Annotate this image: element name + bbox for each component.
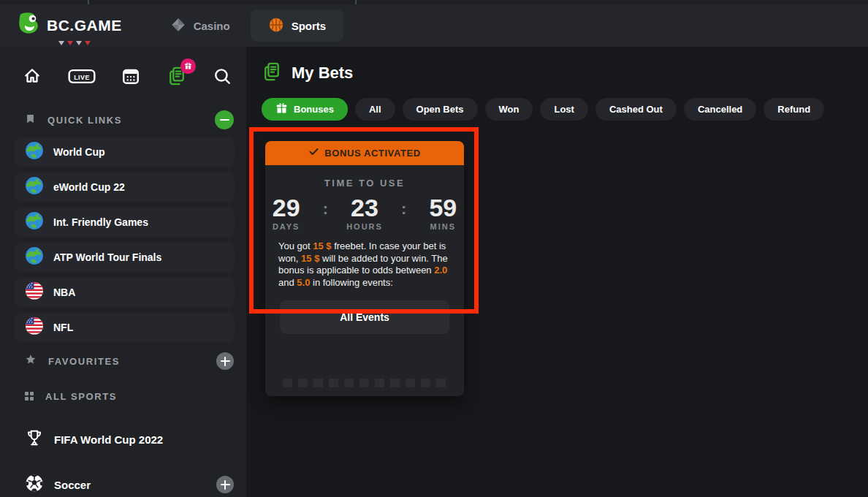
add-favourite-button[interactable] bbox=[216, 352, 234, 370]
top-strip-tick bbox=[88, 0, 89, 4]
live-icon[interactable]: LIVE bbox=[68, 67, 96, 86]
filter-won[interactable]: Won bbox=[485, 98, 533, 121]
sidebar-item-label: NBA bbox=[53, 287, 75, 298]
logo-bunting-decoration bbox=[58, 41, 91, 45]
us-flag-icon bbox=[25, 316, 44, 338]
filter-refund[interactable]: Refund bbox=[764, 98, 824, 121]
sidebar-item-label: ATP World Tour Finals bbox=[53, 251, 161, 263]
quick-links-list: World Cup eWorld Cup 22 Int. Friendly Ga… bbox=[0, 137, 246, 342]
timer-days-value: 29 bbox=[266, 194, 307, 221]
all-sports-title: ALL SPORTS bbox=[45, 391, 117, 402]
sidebar-item-eworld-cup-22[interactable]: eWorld Cup 22 bbox=[15, 172, 235, 202]
top-navigation-bar: BC.GAME Casino Sports bbox=[0, 4, 868, 47]
sidebar-item-label: World Cup bbox=[53, 146, 105, 158]
star-icon bbox=[25, 354, 37, 368]
timer-hours-value: 23 bbox=[344, 194, 385, 221]
gift-icon bbox=[275, 102, 288, 117]
globe-icon bbox=[25, 246, 44, 268]
bonus-status-label: BONUS ACTIVATED bbox=[324, 148, 421, 159]
sidebar-item-label: NFL bbox=[53, 322, 73, 333]
quick-links-title: QUICK LINKS bbox=[47, 115, 122, 126]
all-events-button[interactable]: All Events bbox=[280, 300, 449, 334]
tab-sports-label: Sports bbox=[292, 20, 327, 32]
my-bets-icon[interactable] bbox=[167, 66, 187, 86]
tab-casino-label: Casino bbox=[194, 20, 230, 32]
filter-cancelled[interactable]: Cancelled bbox=[684, 98, 756, 121]
main-content: My Bets Bonuses All Open Bets Won Lost C… bbox=[246, 47, 868, 497]
bonus-countdown-timer: 29 DAYS : 23 HOURS : 59 MINS bbox=[265, 194, 464, 231]
win-amount: 15 $ bbox=[301, 253, 319, 264]
tab-casino[interactable]: Casino bbox=[170, 17, 230, 35]
favourites-title: FAVOURITES bbox=[48, 356, 120, 367]
expand-soccer-button[interactable] bbox=[216, 476, 234, 493]
sidebar-icon-nav: LIVE bbox=[0, 60, 246, 92]
timer-days-label: DAYS bbox=[266, 222, 307, 231]
sidebar-item-nfl[interactable]: NFL bbox=[15, 313, 235, 342]
sidebar-item-int-friendly-games[interactable]: Int. Friendly Games bbox=[15, 208, 235, 237]
time-to-use-label: TIME TO USE bbox=[265, 178, 464, 189]
odds-max: 5.0 bbox=[297, 277, 310, 288]
page-title-row: My Bets bbox=[262, 61, 868, 85]
filter-cashed-out[interactable]: Cashed Out bbox=[595, 98, 677, 121]
bonus-status-banner: BONUS ACTIVATED bbox=[265, 141, 464, 165]
globe-icon bbox=[25, 176, 44, 198]
bonus-card: BONUS ACTIVATED TIME TO USE 29 DAYS : 23… bbox=[265, 141, 464, 396]
logo-text: BC.GAME bbox=[47, 17, 122, 34]
filter-open-bets[interactable]: Open Bets bbox=[403, 98, 478, 121]
sidebar-item-atp-world-tour-finals[interactable]: ATP World Tour Finals bbox=[15, 243, 235, 272]
freebet-amount: 15 $ bbox=[313, 240, 331, 251]
bcgame-logo-icon bbox=[16, 11, 42, 40]
page-title: My Bets bbox=[292, 64, 353, 83]
timer-separator: : bbox=[401, 200, 406, 219]
filter-all[interactable]: All bbox=[355, 98, 395, 121]
bet-slips-icon bbox=[262, 61, 282, 85]
filter-label: Won bbox=[499, 104, 519, 115]
all-sports-header: ALL SPORTS bbox=[0, 386, 246, 406]
sidebar-item-label: Int. Friendly Games bbox=[53, 216, 148, 228]
quick-links-header: QUICK LINKS bbox=[0, 110, 246, 130]
timer-mins-label: MINS bbox=[422, 222, 463, 231]
grid-icon bbox=[25, 392, 34, 401]
bcgame-logo[interactable]: BC.GAME bbox=[16, 11, 122, 40]
sidebar-item-nba[interactable]: NBA bbox=[15, 278, 235, 307]
collapse-quick-links-button[interactable] bbox=[215, 110, 234, 129]
odds-min: 2.0 bbox=[434, 265, 447, 276]
sidebar-item-soccer[interactable]: Soccer bbox=[0, 474, 246, 496]
bookmark-icon bbox=[25, 113, 36, 127]
plus-icon bbox=[221, 357, 230, 366]
sidebar-item-world-cup[interactable]: World Cup bbox=[15, 137, 235, 167]
gift-badge bbox=[180, 58, 196, 74]
timer-mins-value: 59 bbox=[422, 194, 463, 221]
filter-label: Lost bbox=[554, 104, 574, 115]
filter-label: Open Bets bbox=[416, 104, 464, 115]
tab-sports[interactable]: Sports bbox=[251, 10, 344, 42]
us-flag-icon bbox=[25, 281, 44, 303]
bonus-description: You got 15 $ freebet. In case your bet i… bbox=[278, 240, 451, 289]
search-icon[interactable] bbox=[213, 67, 232, 86]
casino-diamond-icon bbox=[170, 17, 186, 35]
favourites-header: FAVOURITES bbox=[0, 351, 246, 371]
timer-hours-label: HOURS bbox=[344, 222, 385, 231]
globe-icon bbox=[25, 141, 44, 163]
filter-label: Bonuses bbox=[294, 104, 334, 115]
soccer-ball-icon bbox=[25, 474, 44, 496]
timer-days: 29 DAYS bbox=[266, 194, 307, 231]
globe-icon bbox=[25, 211, 44, 233]
timer-hours: 23 HOURS bbox=[344, 194, 385, 231]
calendar-icon[interactable] bbox=[121, 67, 140, 86]
timer-mins: 59 MINS bbox=[422, 194, 463, 231]
filter-label: All bbox=[369, 104, 381, 115]
filter-label: Refund bbox=[777, 104, 810, 115]
filter-lost[interactable]: Lost bbox=[540, 98, 587, 121]
bet-filter-chips: Bonuses All Open Bets Won Lost Cashed Ou… bbox=[262, 98, 868, 121]
sidebar-item-fifa-world-cup-2022[interactable]: FIFA World Cup 2022 bbox=[0, 428, 246, 450]
check-icon bbox=[308, 146, 319, 160]
svg-text:LIVE: LIVE bbox=[74, 73, 90, 80]
home-icon[interactable] bbox=[23, 67, 42, 86]
sidebar-item-label: FIFA World Cup 2022 bbox=[54, 433, 163, 446]
filter-bonuses[interactable]: Bonuses bbox=[262, 98, 348, 121]
filter-label: Cashed Out bbox=[609, 104, 663, 115]
basketball-icon bbox=[268, 17, 284, 35]
minus-icon bbox=[220, 119, 229, 121]
sidebar-item-label: eWorld Cup 22 bbox=[53, 181, 125, 193]
